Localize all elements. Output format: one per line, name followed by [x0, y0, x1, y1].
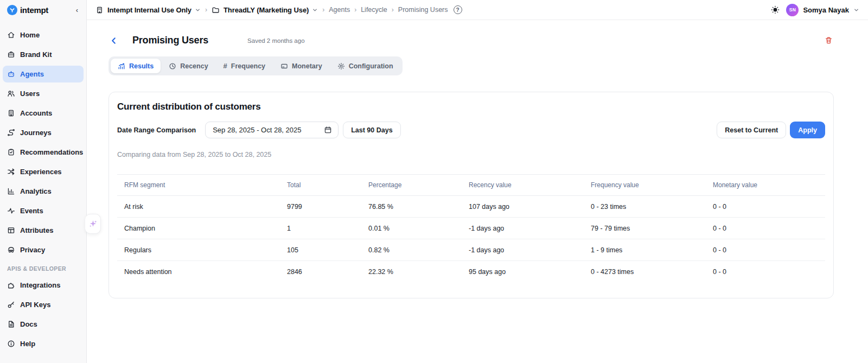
cell-monetary: 0 - 0	[706, 261, 825, 283]
sidebar-item-label: Recommendations	[20, 148, 83, 156]
sidebar-item-attributes[interactable]: Attributes	[3, 222, 84, 239]
sidebar-item-privacy[interactable]: Privacy	[3, 241, 84, 258]
sidebar-item-integrations[interactable]: Integrations	[3, 277, 84, 294]
date-range-value: Sep 28, 2025 - Oct 28, 2025	[213, 126, 324, 134]
user-menu[interactable]: SN Somya Nayak	[786, 4, 859, 16]
docs-icon	[7, 320, 15, 328]
sidebar-item-events[interactable]: Events	[3, 202, 84, 219]
sidebar-item-home[interactable]: Home	[3, 27, 84, 43]
cell-frequency: 0 - 23 times	[584, 196, 706, 218]
sidebar-item-label: Journeys	[20, 129, 52, 137]
cell-total: 9799	[280, 196, 361, 218]
table-row-at-risk[interactable]: At risk 9799 76.85 % 107 days ago 0 - 23…	[117, 196, 825, 218]
cell-segment: Regulars	[117, 239, 280, 261]
column-header-frequency-value[interactable]: Frequency value	[584, 175, 706, 196]
brand-kit-icon	[7, 50, 15, 59]
sidebar-item-label: API Keys	[20, 301, 50, 309]
recommendations-icon	[7, 148, 15, 156]
tab-frequency[interactable]: # Frequency	[216, 59, 272, 73]
accounts-icon	[7, 109, 15, 117]
page-title: Promising Users	[132, 35, 208, 46]
sidebar-item-help[interactable]: Help	[3, 335, 84, 352]
sidebar-item-api-keys[interactable]: API Keys	[3, 296, 84, 313]
organization-icon	[95, 6, 104, 14]
column-header-rfm-segment[interactable]: RFM segment	[117, 175, 280, 196]
distribution-card: Current distribution of customers Date R…	[108, 92, 834, 298]
table-row-regulars[interactable]: Regulars 105 0.82 % -1 days ago 1 - 9 ti…	[117, 239, 825, 261]
avatar: SN	[786, 4, 799, 16]
breadcrumb-lifecycle[interactable]: Lifecycle	[361, 6, 387, 14]
column-header-percentage[interactable]: Percentage	[361, 175, 462, 196]
tab-recency[interactable]: Recency	[162, 59, 215, 73]
sidebar-item-experiences[interactable]: Experiences	[3, 163, 84, 180]
sidebar-item-label: Integrations	[20, 281, 60, 289]
date-range-input[interactable]: Sep 28, 2025 - Oct 28, 2025	[205, 122, 339, 138]
sidebar-item-docs[interactable]: Docs	[3, 316, 84, 333]
sidebar-item-label: Home	[20, 31, 40, 39]
app-window: intempt ‹ Home Brand Kit Agents Users	[0, 0, 868, 363]
cell-total: 105	[280, 239, 361, 261]
breadcrumb-promising-users: Promising Users	[398, 6, 448, 14]
sidebar-item-brand-kit[interactable]: Brand Kit	[3, 46, 84, 63]
experiences-icon	[7, 168, 15, 176]
cell-monetary: 0 - 0	[706, 196, 825, 218]
topbar-right: SN Somya Nayak	[771, 4, 859, 16]
sidebar-collapse-chevron-icon[interactable]: ‹	[74, 5, 80, 15]
saved-status: Saved 2 months ago	[247, 37, 305, 44]
table-header-row: RFM segment Total Percentage Recency val…	[117, 175, 825, 196]
sidebar-item-recommendations[interactable]: Recommendations	[3, 144, 84, 161]
sidebar-nav: Home Brand Kit Agents Users Accounts Jou	[0, 20, 86, 355]
trash-icon	[825, 36, 833, 44]
cell-frequency: 1 - 9 times	[584, 239, 706, 261]
sidebar-item-label: Attributes	[20, 226, 53, 234]
tab-label: Monetary	[292, 62, 322, 70]
back-button[interactable]	[108, 35, 119, 46]
table-row-champion[interactable]: Champion 1 0.01 % -1 days ago 79 - 79 ti…	[117, 218, 825, 239]
sidebar-item-label: Experiences	[20, 168, 62, 176]
sidebar-item-label: Privacy	[20, 246, 45, 254]
page-header: Promising Users Saved 2 months ago	[108, 35, 834, 46]
chevron-down-icon	[312, 7, 318, 13]
breadcrumb-separator: ›	[391, 6, 394, 14]
breadcrumb-org[interactable]: Intempt Internal Use Only	[107, 6, 201, 14]
theme-toggle-icon[interactable]	[771, 5, 780, 14]
sidebar-item-journeys[interactable]: Journeys	[3, 124, 84, 141]
cell-frequency: 79 - 79 times	[584, 218, 706, 239]
sidebar-item-users[interactable]: Users	[3, 85, 84, 102]
cell-segment: Needs attention	[117, 261, 280, 283]
chevron-down-icon	[853, 7, 859, 13]
table-row-needs-attention[interactable]: Needs attention 2846 22.32 % 95 days ago…	[117, 261, 825, 283]
sidebar-header: intempt ‹	[0, 0, 86, 20]
tab-configuration[interactable]: Configuration	[330, 59, 400, 73]
home-icon	[7, 31, 15, 39]
sidebar-item-accounts[interactable]: Accounts	[3, 105, 84, 122]
ai-assistant-fab[interactable]	[85, 214, 101, 234]
brand-logo[interactable]: intempt	[7, 5, 74, 15]
tab-monetary[interactable]: Monetary	[273, 59, 329, 73]
sidebar-item-label: Accounts	[20, 109, 52, 117]
hash-icon: #	[224, 62, 227, 69]
breadcrumb-project[interactable]: ThreadLY (Marketing Use)	[224, 6, 318, 14]
sidebar-item-analytics[interactable]: Analytics	[3, 183, 84, 200]
sidebar-item-agents[interactable]: Agents	[3, 66, 84, 82]
cell-recency: -1 days ago	[462, 218, 584, 239]
cell-total: 2846	[280, 261, 361, 283]
tab-label: Configuration	[349, 62, 393, 70]
chevron-down-icon	[195, 7, 201, 13]
intempt-logo-icon	[7, 5, 17, 15]
column-header-total[interactable]: Total	[280, 175, 361, 196]
cell-total: 1	[280, 218, 361, 239]
column-header-monetary-value[interactable]: Monetary value	[706, 175, 825, 196]
help-circle-icon[interactable]: ?	[454, 5, 462, 14]
breadcrumb-separator: ›	[205, 6, 208, 14]
reset-to-current-button[interactable]: Reset to Current	[717, 122, 786, 138]
tab-results[interactable]: Results	[111, 59, 161, 73]
last-90-days-button[interactable]: Last 90 Days	[343, 122, 400, 138]
column-header-recency-value[interactable]: Recency value	[462, 175, 584, 196]
delete-button[interactable]	[824, 35, 834, 46]
page-content: Promising Users Saved 2 months ago Resul…	[87, 20, 868, 363]
project-name: ThreadLY (Marketing Use)	[224, 6, 309, 14]
breadcrumb-agents[interactable]: Agents	[329, 6, 350, 14]
rfm-table: RFM segment Total Percentage Recency val…	[117, 174, 825, 283]
apply-button[interactable]: Apply	[790, 122, 825, 138]
